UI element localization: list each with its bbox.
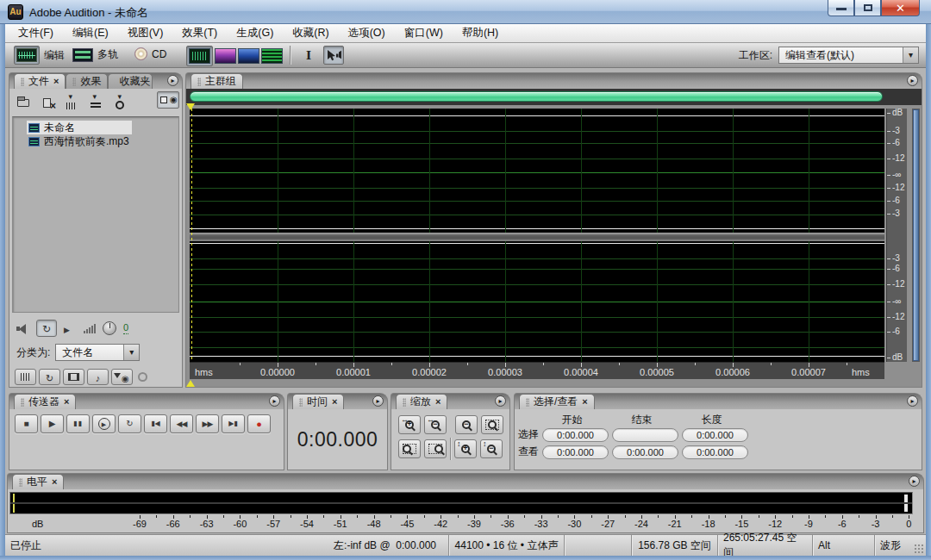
zoom-out-horizontal-button[interactable]: ↔−	[424, 415, 447, 434]
cd-view-label[interactable]: CD	[152, 48, 166, 60]
zoom-in-vertical-button[interactable]: ↕+	[454, 439, 477, 458]
panel-menu-button[interactable]	[909, 476, 920, 487]
waveform-display[interactable]	[190, 109, 884, 362]
tab-selection-view[interactable]: 选择/查看	[519, 394, 595, 409]
selection-length-field[interactable]: 0:00.000	[682, 428, 748, 442]
tab-close-icon[interactable]	[52, 477, 57, 487]
menu-item-8[interactable]: 窗口(W)	[395, 24, 453, 42]
view-end-field[interactable]: 0:00.000	[612, 445, 678, 459]
menu-item-9[interactable]: 帮助(H)	[453, 24, 508, 42]
pause-button[interactable]: ▮▮	[66, 414, 90, 433]
zoom-out-full-button[interactable]: −	[455, 415, 478, 434]
maximize-button[interactable]	[854, 0, 881, 16]
tab-zoom[interactable]: 缩放	[396, 394, 447, 409]
channel-divider[interactable]	[190, 233, 884, 241]
waveform-display-button[interactable]	[186, 46, 213, 66]
edit-view-label[interactable]: 编辑	[44, 48, 65, 63]
panel-menu-button[interactable]	[269, 395, 280, 407]
menu-item-6[interactable]: 收藏(R)	[283, 24, 338, 42]
zoom-to-selection-left-button[interactable]	[398, 439, 421, 458]
speaker-icon[interactable]	[16, 323, 29, 334]
tab-transport[interactable]: 传送器	[14, 394, 76, 409]
time-selection-tool-icon[interactable]: I	[298, 46, 319, 65]
spectral-phase-display-icon[interactable]	[261, 48, 283, 64]
play-from-cursor-button[interactable]: ▶	[92, 414, 116, 433]
panel-menu-button[interactable]	[907, 75, 918, 86]
go-to-end-button[interactable]: ▶▮	[222, 414, 245, 433]
tab-levels[interactable]: 电平	[12, 474, 64, 489]
stop-button[interactable]: ■	[15, 414, 38, 433]
open-file-button[interactable]	[15, 95, 31, 110]
zoom-to-selection-button[interactable]	[481, 415, 503, 434]
selection-start-field[interactable]: 0:00.000	[542, 428, 609, 442]
selection-end-field[interactable]	[612, 428, 678, 442]
fast-forward-button[interactable]: ▶▶	[196, 414, 219, 433]
insert-cd-button[interactable]	[111, 95, 128, 110]
time-ruler[interactable]: hms hms 0.000000.000010.000020.000030.00…	[190, 362, 884, 379]
close-file-button[interactable]	[39, 95, 55, 110]
rewind-button[interactable]: ◀◀	[170, 414, 193, 433]
play-button[interactable]: ▶	[41, 414, 64, 433]
workspace-dropdown[interactable]: 编辑查看(默认)	[778, 47, 919, 64]
scrollbar-thumb[interactable]	[913, 109, 919, 361]
panel-menu-button[interactable]	[907, 395, 918, 407]
time-display[interactable]: 0:00.000	[288, 428, 387, 451]
scrub-tool-icon[interactable]	[323, 46, 344, 65]
tab-close-icon[interactable]	[64, 397, 69, 407]
import-audio-button[interactable]	[63, 95, 79, 110]
record-button[interactable]: ●	[247, 414, 271, 433]
panel-menu-button[interactable]	[372, 395, 384, 407]
tab-close-icon[interactable]	[582, 397, 587, 407]
tab-close-icon[interactable]	[332, 397, 337, 407]
loop-play-button[interactable]: ↻	[118, 414, 141, 433]
zoom-to-selection-right-button[interactable]	[424, 439, 447, 458]
panel-menu-button[interactable]	[167, 75, 178, 86]
zoom-in-horizontal-button[interactable]: ↔+	[398, 415, 421, 434]
show-options-button[interactable]	[157, 91, 179, 109]
level-meter[interactable]	[9, 492, 913, 514]
menu-item-2[interactable]: 编辑(E)	[63, 24, 118, 42]
title-bar[interactable]: Au Adobe Audition - 未命名 ✕	[0, 0, 931, 24]
panel-menu-button[interactable]	[495, 395, 506, 407]
menu-item-3[interactable]: 视图(V)	[118, 24, 173, 42]
view-length-field[interactable]: 0:00.000	[682, 445, 748, 459]
cd-view-icon[interactable]	[134, 47, 147, 60]
overview-bar[interactable]	[190, 91, 883, 102]
resize-grip-icon[interactable]	[914, 544, 924, 554]
insert-multitrack-button[interactable]	[87, 95, 103, 110]
playhead-marker-bottom[interactable]	[186, 380, 195, 387]
go-to-start-button[interactable]: ▮◀	[144, 414, 167, 433]
close-button[interactable]: ✕	[881, 0, 920, 16]
video-filter-button[interactable]	[63, 369, 84, 385]
loop-preview-button[interactable]	[36, 320, 57, 337]
edit-view-button[interactable]	[14, 46, 40, 65]
audio-filter-button[interactable]	[15, 369, 36, 385]
sort-by-dropdown[interactable]: 文件名	[55, 344, 140, 361]
menu-item-4[interactable]: 效果(T)	[172, 24, 227, 42]
tab-close-icon[interactable]	[53, 77, 59, 86]
menu-item-5[interactable]: 生成(G)	[227, 24, 283, 42]
tab-effects[interactable]: 效果	[66, 73, 108, 89]
midi-filter-button[interactable]	[87, 369, 109, 385]
multitrack-view-label[interactable]: 多轨	[97, 47, 118, 62]
multitrack-view-icon[interactable]	[72, 48, 93, 62]
tab-time[interactable]: 时间	[292, 394, 344, 409]
tab-main-group[interactable]: 主群组	[191, 73, 243, 89]
loop-filter-button[interactable]	[39, 369, 60, 385]
preview-volume-knob[interactable]	[103, 321, 116, 335]
preview-play-button[interactable]	[64, 320, 70, 336]
options-filter-button[interactable]	[111, 369, 133, 385]
spectral-pan-display-icon[interactable]	[238, 48, 259, 64]
tab-favorites[interactable]: 收藏夹	[108, 73, 153, 89]
zoom-out-vertical-button[interactable]: ↕−	[480, 439, 503, 458]
file-item[interactable]: 未命名	[27, 121, 132, 134]
file-list[interactable]: 未命名西海情歌前奏.mp3	[12, 116, 179, 313]
tab-files[interactable]: 文件	[14, 73, 66, 89]
vertical-zoom-scrollbar[interactable]	[912, 109, 920, 362]
db-ruler[interactable]: dB-3-6-12-∞-12-6-3-3-6-12-∞-12-6dB	[886, 109, 907, 362]
menu-item-1[interactable]: 文件(F)	[9, 24, 63, 42]
tab-close-icon[interactable]	[435, 397, 441, 407]
menu-item-7[interactable]: 选项(O)	[339, 24, 395, 42]
preview-volume-value[interactable]: 0	[123, 322, 128, 334]
spectral-frequency-display-icon[interactable]	[215, 48, 236, 64]
